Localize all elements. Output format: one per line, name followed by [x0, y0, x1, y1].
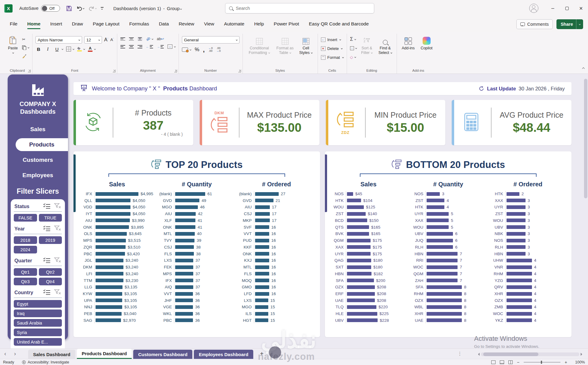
slicer-option-syria[interactable]: Syria	[14, 329, 62, 336]
sidebar-item-customers[interactable]: Customers	[8, 154, 68, 166]
multi-select-icon[interactable]	[43, 257, 51, 264]
save-button[interactable]	[66, 6, 72, 11]
multi-select-icon[interactable]	[43, 225, 51, 233]
delete-cells-button[interactable]: Delete	[321, 45, 344, 52]
align-center-icon[interactable]	[129, 45, 134, 48]
next-sheet-button[interactable]: ›	[14, 351, 16, 357]
wrap-text-icon[interactable]: ab↩	[157, 37, 164, 41]
maximize-button[interactable]	[560, 0, 574, 17]
scroll-left-icon[interactable]	[477, 353, 480, 356]
undo-button[interactable]	[76, 6, 84, 11]
clear-filter-icon[interactable]	[54, 289, 61, 296]
align-left-icon[interactable]	[120, 45, 125, 48]
redo-button[interactable]	[89, 6, 96, 11]
menu-tab-automate[interactable]: Automate	[221, 19, 248, 30]
slicer-option-2024[interactable]: 2024	[14, 246, 37, 253]
multi-select-icon[interactable]	[43, 289, 51, 296]
slicer-option-saudi-arabia[interactable]: Saudi Arabia	[14, 319, 62, 327]
search-bar[interactable]	[225, 3, 374, 13]
format-cells-button[interactable]: Format	[321, 54, 344, 61]
paste-button[interactable]: Paste	[6, 34, 20, 55]
number-format-combo[interactable]: General	[182, 36, 239, 44]
decrease-font-icon[interactable]: Aˇ	[110, 37, 114, 42]
top-align-icon[interactable]	[120, 37, 125, 40]
horizontal-scrollbar[interactable]	[477, 352, 584, 356]
collapse-ribbon-button[interactable]	[581, 66, 584, 71]
middle-align-icon[interactable]	[129, 37, 134, 40]
autosum-button[interactable]: Σ	[350, 36, 357, 42]
decrease-indent-icon[interactable]: ←	[146, 45, 153, 48]
sidebar-item-sales[interactable]: Sales	[8, 123, 68, 136]
sheet-tab-sales-dashboard[interactable]: Sales Dashboard	[28, 350, 75, 359]
slicer-option-qtr4[interactable]: Qtr4	[39, 278, 62, 285]
multi-select-icon[interactable]	[43, 203, 51, 210]
cell-styles-button[interactable]: Cell Styles	[297, 34, 315, 55]
accessibility-status[interactable]: Accessibility: Investigate	[22, 360, 69, 364]
sheet-tab-employees-dashboard[interactable]: Employees Dashboard	[194, 350, 253, 359]
cut-button[interactable]: ✂	[22, 36, 29, 42]
menu-tab-easy-qr-code-and-barcode[interactable]: Easy QR Code and Barcode	[305, 19, 373, 30]
menu-tab-file[interactable]: File	[6, 19, 21, 30]
scroll-right-icon[interactable]	[581, 353, 584, 356]
share-dropdown[interactable]	[576, 19, 583, 29]
menu-tab-power-pivot[interactable]: Power Pivot	[270, 19, 303, 30]
menu-tab-page-layout[interactable]: Page Layout	[89, 19, 123, 30]
menu-tab-review[interactable]: Review	[175, 19, 198, 30]
merge-center-icon[interactable]: ↔	[168, 44, 172, 49]
underline-button[interactable]: U	[54, 47, 60, 52]
slicer-option-iraq[interactable]: Iraq	[14, 310, 62, 317]
fill-color-icon[interactable]	[77, 47, 82, 51]
sidebar-item-products[interactable]: Products	[16, 138, 68, 151]
slicer-option-2018[interactable]: 2018	[14, 236, 37, 244]
slicer-option-false[interactable]: FALSE	[14, 214, 37, 222]
percent-icon[interactable]: %	[195, 47, 199, 53]
clear-filter-icon[interactable]	[54, 257, 61, 264]
menu-tab-draw[interactable]: Draw	[68, 19, 87, 30]
slicer-option-qtr2[interactable]: Qtr2	[39, 268, 62, 276]
increase-indent-icon[interactable]: →	[157, 45, 164, 48]
page-break-view-icon[interactable]	[508, 360, 513, 364]
format-as-table-button[interactable]: Format as Table	[274, 34, 296, 55]
comments-button[interactable]: Comments	[516, 19, 553, 29]
doc-group-menu[interactable]: Group	[167, 6, 182, 11]
sheet-tab-products-dashboard[interactable]: Products Dashboard	[77, 349, 132, 359]
sort-filter-button[interactable]: AZ Sort & Filter	[359, 34, 375, 55]
slicer-option-2019[interactable]: 2019	[39, 236, 62, 244]
zoom-in-icon[interactable]: +	[565, 360, 567, 365]
menu-tab-formulas[interactable]: Formulas	[126, 19, 153, 30]
addins-button[interactable]: Add-ins	[400, 34, 417, 51]
minimize-button[interactable]: –	[546, 0, 560, 17]
increase-decimal-icon[interactable]: ←0.00	[208, 47, 213, 52]
font-color-icon[interactable]: A	[88, 46, 92, 52]
customize-toolbar-button[interactable]	[101, 7, 104, 10]
sheet-tab-customers-dashboard[interactable]: Customers Dashboard	[133, 350, 192, 359]
bottom-align-icon[interactable]	[138, 37, 142, 41]
prev-sheet-button[interactable]: ‹	[4, 351, 6, 357]
alignment-dialog-launcher[interactable]	[174, 70, 177, 72]
slicer-option-egypt[interactable]: Egypt	[14, 300, 62, 308]
insert-cells-button[interactable]: Insert	[321, 36, 344, 43]
copilot-button[interactable]: Copilot	[417, 34, 437, 51]
orientation-icon[interactable]: ab	[145, 36, 151, 42]
vertical-scrollbar[interactable]	[584, 75, 587, 339]
menu-tab-help[interactable]: Help	[251, 19, 268, 30]
autosave-switch[interactable]: Off	[41, 5, 60, 12]
accounting-format-icon[interactable]	[182, 48, 188, 52]
decrease-decimal-icon[interactable]: .00→0	[216, 47, 221, 52]
zoom-level[interactable]: 100%	[571, 360, 585, 364]
normal-view-icon[interactable]	[491, 360, 496, 364]
close-button[interactable]: ×	[574, 0, 588, 17]
search-input[interactable]	[236, 6, 370, 11]
clear-filter-icon[interactable]	[54, 203, 61, 210]
comma-icon[interactable]: ,	[203, 48, 205, 51]
menu-tab-data[interactable]: Data	[155, 19, 173, 30]
slicer-option-qtr3[interactable]: Qtr3	[14, 278, 37, 285]
menu-tab-insert[interactable]: Insert	[47, 19, 66, 30]
format-painter-button[interactable]	[22, 53, 29, 59]
account-avatar[interactable]	[529, 4, 538, 13]
tab-options-icon[interactable]: ⋮	[458, 351, 462, 356]
find-select-button[interactable]: Find & Select	[377, 34, 394, 55]
sidebar-item-employees[interactable]: Employees	[8, 169, 68, 182]
conditional-formatting-button[interactable]: Conditional Formatting	[246, 34, 273, 55]
clear-button[interactable]: ◇	[350, 54, 357, 60]
